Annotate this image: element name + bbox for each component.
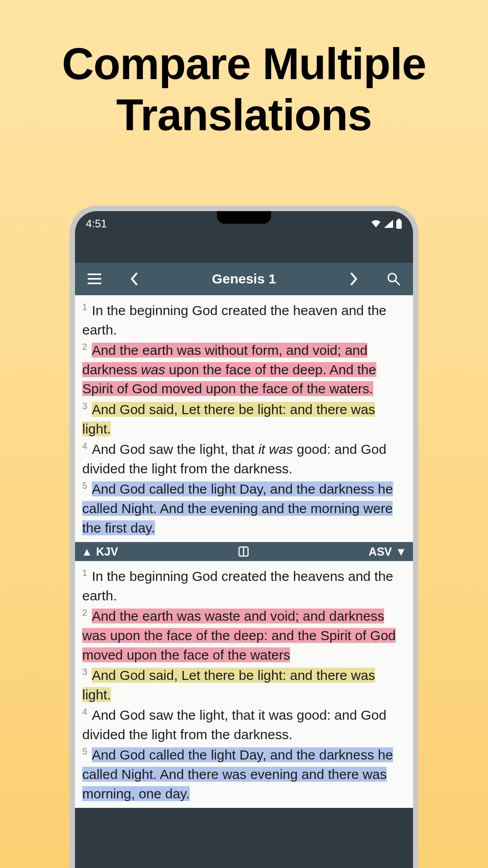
app-toolbar: Genesis 1 <box>75 263 413 295</box>
svg-rect-3 <box>88 278 101 280</box>
translation-pane-top[interactable]: 1In the beginning God created the heaven… <box>75 295 413 542</box>
promo-title: Compare Multiple Translations <box>0 0 488 140</box>
verse[interactable]: 5And God called the light Day, and the d… <box>82 479 406 538</box>
split-view-button[interactable] <box>238 546 249 557</box>
topbar-spacer <box>75 236 413 263</box>
svg-rect-1 <box>396 220 402 229</box>
status-time: 4:51 <box>86 217 107 230</box>
svg-rect-0 <box>398 219 400 220</box>
verse[interactable]: 3And God said, Let there be light: and t… <box>82 665 406 704</box>
phone-screen: 4:51 Genesis 1 <box>75 211 413 868</box>
verse-number: 1 <box>82 568 87 578</box>
translation-pane-bottom[interactable]: 1In the beginning God created the heaven… <box>75 561 413 808</box>
verse-text: And God saw the light, that it was good:… <box>82 442 386 476</box>
verse-text: And God said, Let there be light: and th… <box>82 402 375 436</box>
verse[interactable]: 4And God saw the light, that it was good… <box>82 439 406 478</box>
verse-number: 2 <box>82 608 87 618</box>
verse-text: And God called the light Day, and the da… <box>82 481 393 535</box>
verse[interactable]: 2And the earth was without form, and voi… <box>82 340 406 399</box>
bottom-translation-selector[interactable]: ASV ▼ <box>369 545 407 558</box>
verse-number: 5 <box>82 746 87 756</box>
verse-number: 3 <box>82 667 87 677</box>
search-button[interactable] <box>382 268 405 290</box>
verse-number: 5 <box>82 481 87 491</box>
verse-number: 4 <box>82 441 87 451</box>
promo-title-line1: Compare Multiple <box>0 38 488 90</box>
verse-text: And the earth was waste and void; and da… <box>82 609 396 662</box>
svg-line-6 <box>395 281 399 285</box>
verse-number: 1 <box>82 302 87 312</box>
bottom-translation-label: ASV <box>369 545 392 558</box>
svg-rect-2 <box>88 274 101 275</box>
menu-button[interactable] <box>83 268 106 290</box>
chapter-title[interactable]: Genesis 1 <box>149 271 339 287</box>
phone-notch <box>217 211 271 224</box>
verse-text: And God saw the light, that it was good:… <box>82 708 386 742</box>
prev-chapter-button[interactable] <box>123 268 145 290</box>
status-icons <box>371 219 402 229</box>
promo-title-line2: Translations <box>0 90 488 141</box>
verse[interactable]: 5And God called the light Day, and the d… <box>82 745 406 803</box>
verse-number: 2 <box>82 342 87 352</box>
cellular-icon <box>384 220 393 228</box>
verse-text: And God said, Let there be light: and th… <box>82 668 375 702</box>
verse-text: In the beginning God created the heaven … <box>82 303 386 337</box>
translation-split-bar: ▲ KJV ASV ▼ <box>75 542 413 561</box>
verse[interactable]: 4And God saw the light, that it was good… <box>82 705 406 744</box>
verse[interactable]: 2And the earth was waste and void; and d… <box>82 606 406 665</box>
next-chapter-button[interactable] <box>343 268 365 290</box>
verse[interactable]: 1In the beginning God created the heaven… <box>82 301 406 340</box>
verse-text: And the earth was without form, and void… <box>82 343 376 396</box>
top-translation-label: KJV <box>96 545 118 558</box>
verse[interactable]: 1In the beginning God created the heaven… <box>82 566 406 605</box>
battery-icon <box>396 219 402 229</box>
verse-text: And God called the light Day, and the da… <box>82 747 393 801</box>
verse-text: In the beginning God created the heavens… <box>82 569 393 603</box>
wifi-icon <box>371 219 381 228</box>
verse-number: 3 <box>82 401 87 411</box>
svg-rect-4 <box>88 283 101 284</box>
triangle-up-icon: ▲ <box>81 545 93 558</box>
phone-frame: 4:51 Genesis 1 <box>70 206 418 868</box>
triangle-down-icon: ▼ <box>395 545 407 558</box>
verse[interactable]: 3And God said, Let there be light: and t… <box>82 400 406 439</box>
top-translation-selector[interactable]: ▲ KJV <box>81 545 118 558</box>
verse-number: 4 <box>82 707 87 717</box>
